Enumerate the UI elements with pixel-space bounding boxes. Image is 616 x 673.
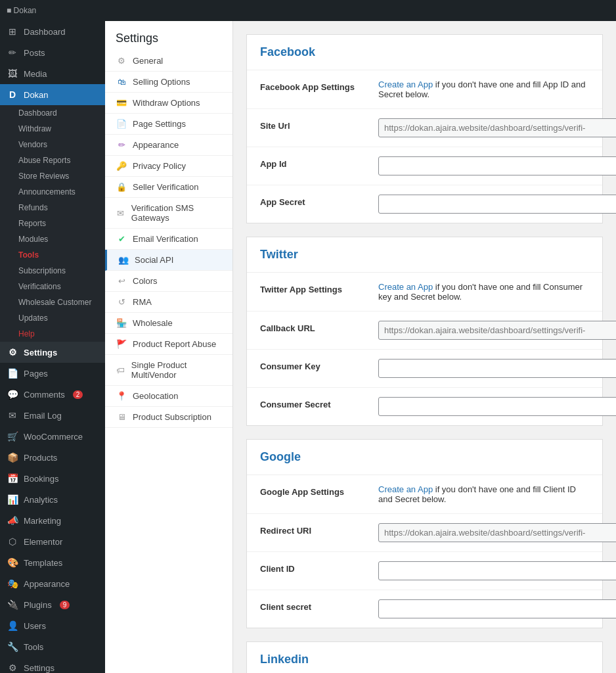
settings-item-label: Product Report Abuse [133,339,216,349]
twitter-consumer-key-input[interactable] [378,359,616,378]
sidebar-item-label: Templates [24,558,62,568]
twitter-callback-url-label: Callback URL [260,321,365,333]
selling-icon: 🛍 [116,77,127,87]
linkedin-section: Linkedin Linkedin App Settings Create an… [246,641,603,673]
facebook-app-id-input[interactable] [378,156,616,175]
sidebar-item-modules[interactable]: Modules [0,231,105,247]
twitter-consumer-key-row: Consumer Key [247,350,602,388]
sidebar-item-media[interactable]: 🖼 Media [0,63,105,84]
facebook-app-settings-row: Facebook App Settings Create an App if y… [247,70,602,109]
settings-item-seller-verification[interactable]: 🔒 Seller Verification [105,177,232,198]
sidebar-item-woocommerce[interactable]: 🛒 WooCommerce [0,426,105,447]
twitter-consumer-secret-input[interactable] [378,397,616,416]
sidebar-item-label: Dashboard [24,27,66,37]
settings-item-social-api[interactable]: 👥 Social API [105,250,232,271]
sidebar-item-appearance[interactable]: 🎭 Appearance [0,573,105,594]
settings-item-rma[interactable]: ↺ RMA [105,292,232,313]
sidebar-item-label: Elementor [24,537,62,547]
sub-label: Verifications [18,282,61,291]
sidebar-item-withdraw[interactable]: Withdraw [0,121,105,137]
sidebar-item-plugins[interactable]: 🔌 Plugins 9 [0,594,105,615]
google-redirect-uri-input[interactable] [378,523,616,542]
sidebar-item-reports[interactable]: Reports [0,216,105,231]
settings-item-colors[interactable]: ↩ Colors [105,271,232,292]
sidebar-item-elementor[interactable]: ⬡ Elementor [0,531,105,552]
twitter-consumer-secret-row: Consumer Secret [247,388,602,425]
settings-item-wholesale[interactable]: 🏪 Wholesale [105,313,232,334]
settings-item-geolocation[interactable]: 📍 Geolocation [105,386,232,407]
facebook-create-app-link[interactable]: Create an App [378,80,433,89]
facebook-site-url-row: Site Url [247,109,602,147]
sub-label: Reports [18,219,46,228]
settings-item-privacy[interactable]: 🔑 Privacy Policy [105,156,232,177]
settings-item-single-product-multivendor[interactable]: 🏷 Single Product MultiVendor [105,355,232,386]
sidebar-item-marketing[interactable]: 📣 Marketing [0,510,105,531]
sidebar-item-comments[interactable]: 💬 Comments 2 [0,384,105,405]
sidebar-item-tools-sub[interactable]: Tools [0,247,105,263]
sidebar-item-label: Appearance [24,579,70,589]
wholesale-icon: 🏪 [116,318,127,328]
twitter-callback-url-input[interactable] [378,321,616,340]
sidebar-item-dokan-dashboard[interactable]: Dashboard [0,105,105,121]
sidebar-item-refunds[interactable]: Refunds [0,200,105,216]
sub-label: Abuse Reports [18,156,70,165]
settings-item-page-settings[interactable]: 📄 Page Settings [105,114,232,135]
settings-icon: ⚙ [7,347,18,358]
sidebar-item-verifications[interactable]: Verifications [0,279,105,294]
google-app-settings-label: Google App Settings [260,484,365,497]
settings-item-selling-options[interactable]: 🛍 Selling Options [105,72,232,93]
comments-icon: 💬 [7,389,18,400]
sidebar-item-email-log[interactable]: ✉ Email Log [0,405,105,426]
sidebar-item-wholesale-customer[interactable]: Wholesale Customer [0,294,105,310]
sidebar-item-settings2[interactable]: ⚙ Settings [0,657,105,673]
settings-item-general[interactable]: ⚙ General [105,51,232,72]
twitter-create-app-link[interactable]: Create an App [378,282,433,292]
sidebar-item-dashboard[interactable]: ⊞ Dashboard [0,21,105,42]
settings-item-sms-gateway[interactable]: ✉ Verification SMS Gateways [105,198,232,229]
sidebar-item-users[interactable]: 👤 Users [0,615,105,636]
sidebar-item-help[interactable]: Help [0,326,105,342]
google-create-app-link[interactable]: Create an App [378,484,433,494]
sidebar-item-posts[interactable]: ✏ Posts [0,42,105,63]
sidebar-item-settings[interactable]: ⚙ Settings [0,342,105,363]
sidebar-item-label: Products [24,453,57,463]
facebook-site-url-input[interactable] [378,118,616,137]
settings-item-label: Privacy Policy [133,161,186,171]
geolocation-icon: 📍 [116,391,127,401]
analytics-icon: 📊 [7,494,18,505]
sidebar-item-bookings[interactable]: 📅 Bookings [0,468,105,489]
sidebar-item-abuse-reports[interactable]: Abuse Reports [0,152,105,168]
google-client-id-input[interactable] [378,561,616,580]
facebook-app-secret-input[interactable] [378,195,616,214]
sidebar-item-announcements[interactable]: Announcements [0,184,105,200]
sidebar-item-templates[interactable]: 🎨 Templates [0,552,105,573]
sidebar-item-analytics[interactable]: 📊 Analytics [0,489,105,510]
sidebar-item-updates[interactable]: Updates [0,310,105,326]
settings-item-label: Geolocation [133,391,178,401]
google-app-settings-value: Create an App if you don't have one and … [378,484,589,504]
sidebar-item-products[interactable]: 📦 Products [0,447,105,468]
sidebar-item-label: Bookings [24,474,58,484]
report-abuse-icon: 🚩 [116,339,127,349]
settings-item-product-report-abuse[interactable]: 🚩 Product Report Abuse [105,334,232,355]
settings-item-label: Email Verification [133,234,198,244]
google-client-secret-row: Client secret [247,590,602,628]
google-client-id-value [378,561,616,580]
settings-item-label: General [133,56,163,66]
settings-item-appearance[interactable]: ✏ Appearance [105,135,232,156]
settings-item-withdraw-options[interactable]: 💳 Withdraw Options [105,93,232,114]
sidebar-item-vendors[interactable]: Vendors [0,137,105,152]
media-icon: 🖼 [7,68,18,79]
sidebar-item-label: Settings [24,663,55,673]
settings-item-email-verification[interactable]: ✔ Email Verification [105,229,232,250]
sidebar-item-pages[interactable]: 📄 Pages [0,363,105,384]
google-client-secret-input[interactable] [378,599,616,618]
sidebar-item-dokan[interactable]: D Dokan [0,84,105,105]
sub-label: Subscriptions [18,266,66,275]
settings-item-product-subscription[interactable]: 🖥 Product Subscription [105,407,232,428]
sidebar-item-subscriptions[interactable]: Subscriptions [0,263,105,279]
sidebar-item-label: Dokan [24,90,49,100]
google-client-secret-label: Client secret [260,599,365,612]
sidebar-item-store-reviews[interactable]: Store Reviews [0,168,105,184]
sidebar-item-tools[interactable]: 🔧 Tools [0,636,105,657]
